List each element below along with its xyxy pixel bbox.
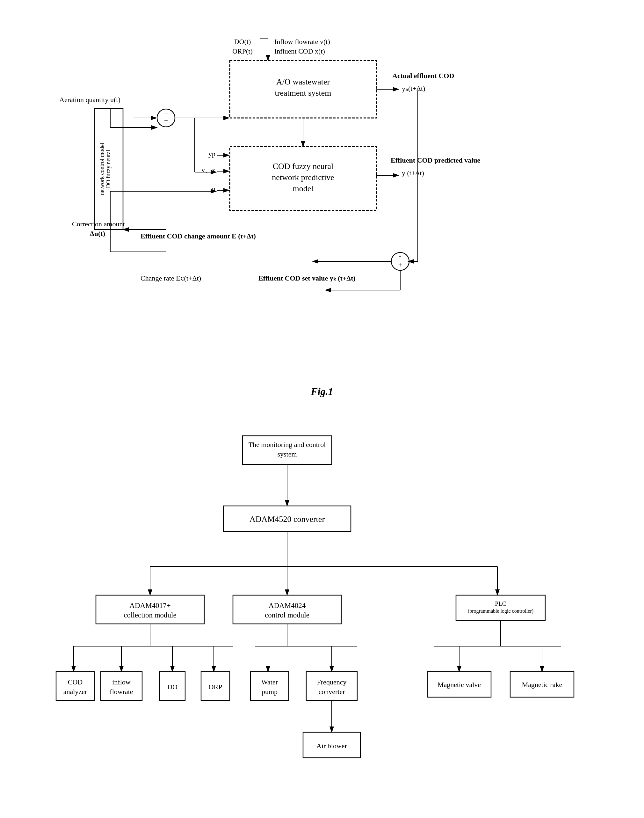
adam4024-label1: ADAM4024 [268,602,305,609]
ao-system-label: A/O wastewater [276,77,330,86]
y-pred-label: y (t+Δt) [402,169,424,177]
adam4017-label2: collection module [124,611,176,619]
cod-model-label1: COD fuzzy neural [273,162,333,171]
cod-model-label2: network predictive [272,173,334,182]
svg-rect-55 [101,672,142,700]
vx-label: v、x [201,166,215,174]
plc-label1: PLC [495,600,506,607]
sum-top-plus: + [164,117,168,124]
orp-box-label: ORP [209,683,222,691]
svg-rect-43 [96,595,204,624]
set-value-label: Effluent COD set value yₖ (t+Δt) [258,274,356,282]
effluent-change-label: Effluent COD change amount E (t+Δt) [141,232,256,240]
magnetic-valve-label: Magnetic valve [437,681,480,689]
figure1-container: DO(t) Inflow flowrate v(t) ORP(t) Influe… [51,19,593,357]
monitoring-label1: The monitoring and control [248,440,326,448]
svg-rect-44 [233,595,341,624]
do-control-label1: DO fuzzy neural [105,150,112,188]
change-rate-label: Change rate Eᴄ(t+Δt) [141,274,201,282]
orp-label: ORP(t) [232,47,253,55]
adam4520-label: ADAM4520 converter [249,514,324,524]
inflow-label2: flowrate [110,688,133,695]
adam4017-label1: ADAM4017+ [129,602,170,609]
cod-model-label3: model [293,184,313,193]
sum-top-minus: − [164,109,168,117]
minus-sign: − [385,252,389,260]
monitoring-label2: system [277,450,297,458]
ao-system-label2: treatment system [274,88,331,98]
freq-label1: Frequency [317,678,347,686]
page: DO(t) Inflow flowrate v(t) ORP(t) Influe… [26,19,618,818]
do-label: DO(t) [234,38,251,46]
correction-amount-label: Correction amount [72,220,125,228]
inflow-label1: inflow [112,678,131,686]
svg-rect-47 [456,595,545,621]
ya-label: yₐ(t+Δt) [402,84,425,92]
predicted-label: Effluent COD predicted value [391,156,480,164]
do-control-label2: network control model [99,143,105,195]
yp-label: yp [209,150,215,158]
figure2-svg: The monitoring and control system ADAM45… [51,423,593,818]
do-box-label: DO [167,683,178,691]
fig1-label: Fig.1 [311,386,333,397]
cod-analyzer-label2: analyzer [63,688,87,695]
u-label: u [212,185,215,193]
influent-cod-label: Influent COD x(t) [274,47,325,55]
inflow-flowrate-label: Inflow flowrate v(t) [274,38,330,46]
sum-circle-minus1: + [398,261,402,269]
plc-label2: (programmable logic controller) [468,608,533,614]
sum-circle-plus1: - [399,252,401,260]
svg-rect-62 [250,672,289,700]
actual-effluent-label: Actual effluent COD [392,72,454,80]
magnetic-rake-label: Magnetic rake [521,681,562,689]
water-pump-label1: Water [261,678,278,686]
aeration-label: Aeration quantity u(t) [59,96,120,104]
water-pump-label2: pump [261,688,277,695]
figure1-svg: DO(t) Inflow flowrate v(t) ORP(t) Influe… [51,19,593,357]
figure2-container: The monitoring and control system ADAM45… [51,423,593,818]
svg-rect-54 [56,672,94,700]
freq-label2: converter [318,688,345,695]
cod-analyzer-label1: COD [67,678,82,686]
svg-rect-63 [306,672,357,700]
air-blower-label: Air blower [316,742,347,750]
adam4024-label2: control module [265,611,310,619]
correction-label: Δu(t) [89,230,105,238]
